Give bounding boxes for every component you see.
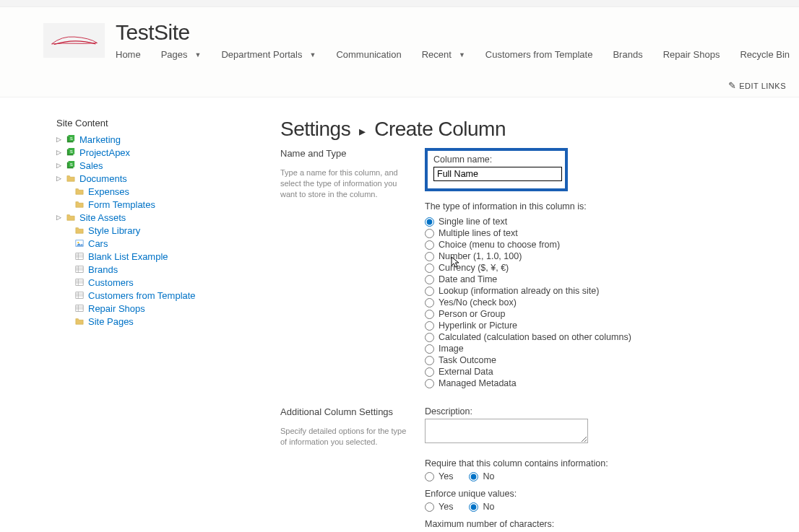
nav-recycle-bin[interactable]: Recycle Bin (740, 49, 790, 60)
sidebar-item-link[interactable]: Blank List Example (88, 251, 168, 262)
nav-customers-from-template[interactable]: Customers from Template (485, 49, 593, 60)
sidebar-item-link[interactable]: Sales (79, 160, 103, 171)
nav-recent[interactable]: Recent▼ (422, 49, 465, 60)
sidebar-item[interactable]: Site Pages (56, 315, 280, 328)
column-type-radio[interactable] (425, 252, 434, 261)
column-type-option[interactable]: Yes/No (check box) (425, 297, 777, 308)
column-type-radio[interactable] (425, 217, 434, 227)
column-type-radio[interactable] (425, 263, 434, 273)
column-type-radio[interactable] (425, 321, 434, 331)
sidebar-item[interactable]: Repair Shops (56, 302, 280, 315)
sidebar-item[interactable]: ▷SProjectApex (56, 146, 280, 159)
column-type-option[interactable]: Multiple lines of text (425, 227, 777, 239)
column-type-option[interactable]: Single line of text (425, 216, 777, 227)
sidebar-item-link[interactable]: Marketing (79, 134, 121, 145)
sidebar-item[interactable]: ▷SMarketing (56, 133, 280, 146)
column-type-option[interactable]: Lookup (information already on this site… (425, 285, 777, 297)
description-textarea[interactable] (425, 419, 588, 443)
unique-no-option[interactable]: No (469, 502, 494, 512)
sidebar-item[interactable]: Brands (56, 263, 280, 276)
require-yes-option[interactable]: Yes (425, 471, 453, 481)
column-type-option[interactable]: External Data (425, 366, 777, 378)
sidebar-item-link[interactable]: Expenses (88, 186, 129, 197)
require-no-radio[interactable] (469, 472, 478, 481)
sidebar-item[interactable]: Cars (56, 237, 280, 250)
max-chars-label: Maximum number of characters: (425, 519, 777, 529)
radio-label: Number (1, 1.0, 100) (439, 251, 522, 261)
column-type-option[interactable]: Currency ($, ¥, €) (425, 262, 777, 274)
unique-no-radio[interactable] (469, 502, 478, 512)
site-title[interactable]: TestSite (116, 22, 799, 43)
column-type-radio[interactable] (425, 229, 434, 238)
sidebar-item-link[interactable]: Customers from Template (88, 290, 196, 301)
tree-expander-icon[interactable]: ▷ (56, 136, 62, 143)
sidebar-item-link[interactable]: Cars (88, 238, 108, 249)
tree-expander-icon[interactable]: ▷ (56, 162, 62, 169)
svg-text:S: S (70, 149, 73, 154)
column-type-radio[interactable] (425, 333, 434, 342)
sidebar-item[interactable]: ▷Documents (56, 172, 280, 185)
column-type-option[interactable]: Task Outcome (425, 354, 777, 366)
sidebar-item[interactable]: ▷SSales (56, 159, 280, 172)
column-type-option[interactable]: Calculated (calculation based on other c… (425, 331, 777, 343)
column-type-option[interactable]: Date and Time (425, 274, 777, 285)
column-name-input[interactable] (433, 167, 562, 181)
radio-label: Yes/No (check box) (439, 297, 517, 308)
column-type-option[interactable]: Managed Metadata (425, 378, 777, 389)
column-type-option[interactable]: Choice (menu to choose from) (425, 239, 777, 250)
nav-repair-shops[interactable]: Repair Shops (663, 49, 720, 60)
nav-communication[interactable]: Communication (336, 49, 401, 60)
nav-brands[interactable]: Brands (613, 49, 642, 60)
tree-expander-icon[interactable]: ▷ (56, 149, 62, 156)
radio-label: Multiple lines of text (439, 228, 518, 238)
sidebar-item-link[interactable]: Documents (79, 173, 127, 184)
edit-links-button[interactable]: ✎EDIT LINKS (728, 80, 786, 91)
require-yes-radio[interactable] (425, 472, 434, 481)
sidebar-item-link[interactable]: Customers (88, 277, 134, 288)
column-type-option[interactable]: Number (1, 1.0, 100) (425, 250, 777, 262)
site-logo[interactable] (43, 23, 105, 58)
radio-label: No (483, 471, 494, 481)
column-type-radio[interactable] (425, 344, 434, 354)
sidebar-item[interactable]: ▷Site Assets (56, 211, 280, 224)
unique-yes-radio[interactable] (425, 502, 434, 512)
require-no-option[interactable]: No (469, 471, 494, 481)
sidebar-item-link[interactable]: Style Library (88, 225, 140, 236)
sidebar-item-link[interactable]: Form Templates (88, 199, 155, 210)
column-type-radio[interactable] (425, 379, 434, 388)
section-heading: Name and Type (280, 148, 410, 159)
chevron-down-icon: ▼ (309, 51, 316, 58)
nav-home[interactable]: Home (116, 49, 141, 60)
breadcrumb-settings[interactable]: Settings (280, 118, 350, 141)
unique-yes-option[interactable]: Yes (425, 502, 453, 512)
column-type-radio[interactable] (425, 287, 434, 296)
column-type-radio[interactable] (425, 240, 434, 250)
sidebar-item[interactable]: Expenses (56, 185, 280, 198)
sidebar-item-link[interactable]: ProjectApex (79, 147, 130, 158)
sidebar-item[interactable]: Customers (56, 276, 280, 289)
list-icon (74, 277, 85, 287)
nav-pages[interactable]: Pages▼ (161, 49, 202, 60)
nav-department-portals[interactable]: Department Portals▼ (221, 49, 316, 60)
column-type-radio[interactable] (425, 298, 434, 308)
nav-label: Recycle Bin (740, 49, 790, 60)
column-type-radio[interactable] (425, 356, 434, 365)
column-type-option[interactable]: Hyperlink or Picture (425, 320, 777, 331)
sidebar-item-link[interactable]: Site Pages (88, 316, 134, 327)
column-type-option[interactable]: Image (425, 343, 777, 354)
main-content: Settings ▸ Create Column Name and Type T… (280, 118, 799, 532)
sidebar-item-link[interactable]: Repair Shops (88, 303, 145, 314)
sidebar-item[interactable]: Form Templates (56, 198, 280, 211)
column-type-option[interactable]: Person or Group (425, 308, 777, 320)
column-type-radio[interactable] (425, 275, 434, 284)
sidebar-item[interactable]: Blank List Example (56, 250, 280, 263)
column-type-radio[interactable] (425, 310, 434, 319)
sidebar-item[interactable]: Customers from Template (56, 289, 280, 302)
tree-expander-icon[interactable]: ▷ (56, 175, 62, 182)
sidebar-item-link[interactable]: Site Assets (79, 212, 126, 223)
tree-expander-icon[interactable]: ▷ (56, 214, 62, 221)
column-type-radio[interactable] (425, 367, 434, 377)
sidebar-item-link[interactable]: Brands (88, 264, 118, 275)
sidebar-item[interactable]: Style Library (56, 224, 280, 237)
list-icon (74, 290, 85, 300)
